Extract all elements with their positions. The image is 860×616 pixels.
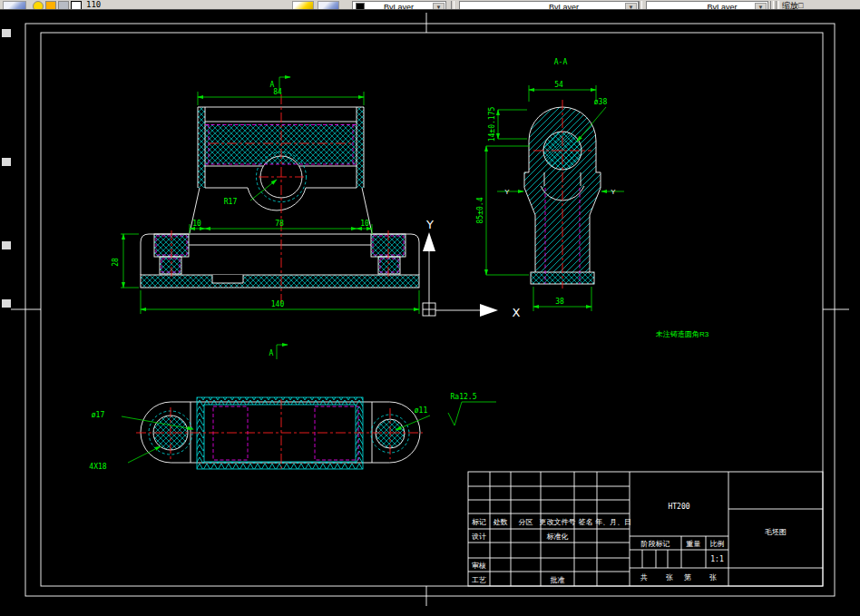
dim-text-step-right: 10: [360, 220, 369, 228]
sheet-outer-border: [25, 24, 835, 596]
dim-text-step-mid: 78: [275, 220, 284, 228]
tb-sheet-unit1: 张: [666, 573, 673, 582]
dim-text-section-bottom: 38: [555, 298, 564, 306]
make-object-layer-current-icon[interactable]: [292, 1, 314, 10]
dim-text-bottom-width: 140: [271, 300, 285, 308]
tb-audit-label: 审核: [472, 562, 486, 570]
tb-header-sign: 签名: [579, 518, 593, 526]
toolbar-separator: [770, 1, 774, 10]
dim-text-overall-tol: 85±0.4: [476, 197, 484, 223]
tb-drawing-title: 毛坯图: [765, 528, 787, 536]
section-label-top: A: [270, 81, 275, 89]
tb-header-zone: 分区: [519, 518, 533, 526]
front-view: 84 10 78 10 28 140 R17 A: [112, 77, 419, 314]
toolbar-separator: [451, 1, 454, 10]
hatch-right-strip: [357, 107, 364, 188]
layer-lock-icon[interactable]: [58, 1, 69, 10]
top-toolbar: 110 ByLayer ▼ ByLayer ▼ ByLayer ▼ 缩放□: [0, 0, 860, 10]
casting-note: 未注铸造圆角R3: [655, 330, 709, 338]
radius-label: R17: [224, 198, 238, 206]
tb-stage-label: 阶段标记: [641, 540, 670, 548]
ucs-x-label: X: [513, 306, 521, 319]
tb-process-label: 工艺: [472, 576, 486, 584]
slab-notch: [212, 275, 243, 283]
tb-header-mark: 标记: [472, 518, 486, 526]
linetype-combo-value: ByLayer: [549, 3, 579, 10]
roughness-icon: [448, 402, 496, 425]
tb-material: HT200: [668, 503, 689, 511]
lineweight-combo-value: ByLayer: [708, 3, 738, 10]
dim-text-section-top: 54: [554, 81, 563, 89]
color-combo-value: ByLayer: [384, 3, 414, 10]
layer-on-icon[interactable]: [33, 1, 44, 10]
toolbar-separator: [639, 1, 642, 10]
tb-header-date: 年、月、日: [595, 518, 631, 526]
dim-text-left-height: 28: [112, 258, 120, 267]
layer-states-icon[interactable]: [318, 1, 339, 10]
color-combo[interactable]: ByLayer ▼: [352, 1, 446, 10]
ucs-y-arrow: [423, 232, 435, 251]
toolbar-separator: [776, 1, 779, 10]
left-edge-ui-fragments: [2, 29, 11, 308]
datum-label-right: Y: [611, 188, 616, 196]
dim-text-step-left: 10: [192, 220, 201, 228]
base-slab: [141, 275, 419, 288]
color-swatch-icon: [356, 3, 365, 10]
tb-sheet-total: 共: [640, 573, 648, 582]
cad-application-window: 110 ByLayer ▼ ByLayer ▼ ByLayer ▼ 缩放□: [0, 0, 860, 616]
ucs-x-arrow: [480, 304, 498, 317]
diameter-label: ø38: [594, 98, 608, 106]
drawing-canvas[interactable]: 84 10 78 10 28 140 R17 A A-A 54: [0, 0, 860, 616]
tb-scale-value: 1:1: [710, 555, 724, 563]
base-block-right-lower: [378, 257, 400, 274]
layer-color-icon[interactable]: [71, 1, 82, 10]
tb-header-count: 处数: [494, 518, 508, 526]
ucs-y-label: Y: [425, 218, 434, 231]
tb-header-doc: 更改文件号: [540, 518, 576, 526]
hatch-left-strip: [198, 107, 205, 188]
base-hidden-outlines: [156, 236, 404, 272]
tb-standard-label: 标准化: [547, 533, 569, 541]
plan-view: ø17 4X18 ø11 Ra12.5 A: [89, 345, 496, 471]
chevron-down-icon[interactable]: ▼: [433, 3, 445, 10]
radius-leader: [250, 180, 277, 200]
holes-label: 4X18: [89, 463, 106, 471]
dia-right-label: ø11: [415, 406, 428, 415]
layer-combo-value[interactable]: 110: [86, 0, 101, 9]
dia-left-label: ø17: [92, 411, 105, 419]
holes-leader: [128, 446, 161, 463]
tb-approve-label: 批准: [551, 576, 565, 584]
ucs-icon: Y X: [423, 218, 521, 319]
linetype-combo[interactable]: ByLayer ▼: [459, 1, 639, 10]
chevron-down-icon[interactable]: ▼: [755, 3, 767, 10]
section-label-plan: A: [269, 349, 274, 357]
datum-label-left: Y: [504, 188, 510, 196]
dim-text-top-width: 84: [273, 88, 282, 96]
layer-properties-icon[interactable]: [3, 1, 26, 10]
title-block: 标记 处数 分区 更改文件号 签名 年、月、日 设计 标准化 审核 工艺 批准 …: [468, 472, 823, 586]
section-title: A-A: [554, 58, 568, 66]
toolbar-right-label: 缩放□: [782, 0, 803, 10]
tb-scale-label: 比例: [710, 540, 725, 548]
tb-weight-label: 重量: [686, 540, 701, 548]
roughness-label: Ra12.5: [451, 393, 477, 401]
plan-center-inner: [204, 405, 356, 462]
hatch-main-band: [205, 124, 357, 164]
section-arrow-plan: [277, 345, 288, 359]
tb-sheet-page: 第: [684, 573, 691, 582]
tb-sheet-unit2: 张: [709, 573, 717, 582]
layer-freeze-icon[interactable]: [45, 1, 56, 10]
section-view: A-A 54 ø38 14±0.175 85±0.4 38 Y Y: [476, 58, 624, 311]
lineweight-combo[interactable]: ByLayer ▼: [646, 1, 768, 10]
base-block-left-lower: [160, 257, 181, 274]
dim-text-height-tol: 14±0.175: [488, 107, 496, 142]
tb-design-label: 设计: [472, 533, 486, 541]
chevron-down-icon[interactable]: ▼: [625, 3, 637, 10]
